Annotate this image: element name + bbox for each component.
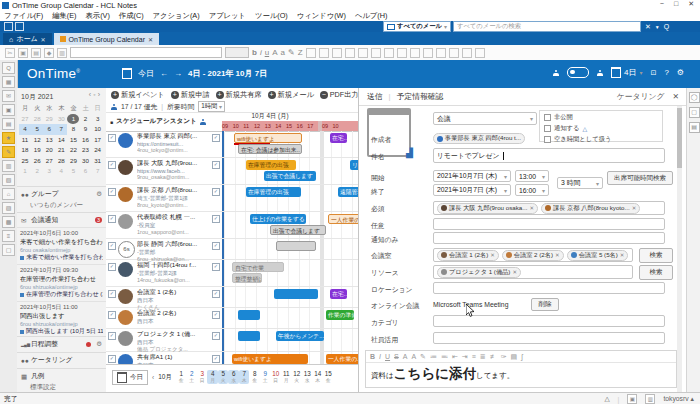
- expand-icon[interactable]: ⊡: [651, 69, 657, 77]
- todo-icon[interactable]: ▥: [2, 160, 15, 172]
- row-timeline[interactable]: 仕上げの作業をする出張で会議します一人作業の...: [222, 212, 358, 238]
- meeting-notice-item[interactable]: 2021年10月6日 10:00来客で細かい作業を打ち合わせし...6rou o…: [17, 227, 106, 264]
- minical-day[interactable]: 19: [31, 145, 43, 156]
- open-list-icon[interactable]: [4, 22, 13, 31]
- row-checkbox[interactable]: ✓: [108, 188, 116, 196]
- menu-item[interactable]: 表示(V): [86, 11, 110, 21]
- minimize-button[interactable]: −: [660, 0, 664, 8]
- today-button[interactable]: 今日: [112, 370, 148, 385]
- minical-day[interactable]: 16: [79, 135, 91, 146]
- italic-icon[interactable]: I: [379, 353, 381, 360]
- checkbox[interactable]: [544, 136, 551, 143]
- close-button[interactable]: ✕: [688, 0, 694, 8]
- bookmarks-icon[interactable]: ≡: [2, 230, 15, 242]
- minical-day[interactable]: 4: [55, 166, 67, 177]
- bookmark-icon[interactable]: [15, 22, 24, 31]
- row-checkbox[interactable]: ✓: [108, 161, 116, 169]
- notebook-icon[interactable]: ▧: [2, 174, 15, 186]
- resources-input[interactable]: プロジェクタ 1 (備品)✕: [433, 265, 633, 279]
- attendee-chip[interactable]: 課長 大阪 九郎(9rou osaka...✕: [437, 203, 538, 214]
- event[interactable]: [238, 310, 260, 320]
- calendar-icon[interactable]: ▣: [2, 104, 15, 116]
- minical-day[interactable]: 27: [43, 156, 55, 167]
- resource-search-button[interactable]: 検索: [639, 265, 673, 280]
- row-checkbox[interactable]: ✓: [212, 332, 220, 340]
- schedule-row[interactable]: ✓6s部長 静岡 六郎(6rou...-営業部6rou_shizuoka@on.…: [106, 239, 358, 260]
- menu-item[interactable]: ファイル(F): [4, 11, 43, 21]
- schedule-row[interactable]: ✓代表取締役 札幌 一...-役員室1rou_sapporo@ont...✓仕上…: [106, 212, 358, 239]
- confirm-schedule-button[interactable]: 予定情報確認: [397, 91, 444, 102]
- scroll-prev-icon[interactable]: ‹: [152, 374, 154, 381]
- toolbar-icon[interactable]: [410, 48, 420, 58]
- meeting-notice-item[interactable]: 2021年10月7日 09:30在庫管理の作業打ち合わせ6rou shizuok…: [17, 264, 106, 301]
- minical-day[interactable]: 27: [19, 114, 31, 125]
- attach-icon[interactable]: ʃ: [521, 353, 523, 360]
- flag-option[interactable]: 通知する△: [544, 124, 658, 133]
- menu-item[interactable]: 編集(E): [52, 11, 76, 21]
- end-time-dropdown[interactable]: 16:00▾: [515, 184, 549, 196]
- minical-day[interactable]: 28: [55, 156, 67, 167]
- action-button[interactable]: +新規共有席: [216, 90, 262, 100]
- align-left-icon[interactable]: ≡: [472, 353, 476, 360]
- next-arrow-icon[interactable]: →: [174, 69, 182, 78]
- paste-icon[interactable]: ▤: [31, 48, 41, 58]
- feeds-icon[interactable]: ▨: [2, 202, 15, 214]
- panel-scrollbar[interactable]: [677, 106, 682, 392]
- toolbar-icon[interactable]: [449, 48, 459, 58]
- toolbar-icon[interactable]: [345, 48, 355, 58]
- event-type-dropdown[interactable]: 会議▾: [433, 112, 537, 125]
- text-size-icon[interactable]: a: [280, 48, 284, 57]
- minical-day[interactable]: 28: [31, 114, 43, 125]
- chip-remove-icon[interactable]: ✕: [620, 252, 625, 258]
- chip-remove-icon[interactable]: ✕: [632, 205, 637, 211]
- row-timeline[interactable]: 作業の準備: [222, 308, 358, 328]
- date-cell[interactable]: 6水: [228, 370, 239, 384]
- date-cell[interactable]: 10日: [270, 370, 281, 384]
- schedule-row[interactable]: ✓プロジェクタ 1 (備...西日本備品 プロジェクタ...✓午後からメンテ..…: [106, 329, 358, 352]
- event[interactable]: 作業の準備: [326, 310, 354, 320]
- minical-nav[interactable]: ‹◦›: [89, 91, 102, 98]
- menu-item[interactable]: ヘルプ(H): [355, 11, 388, 21]
- event[interactable]: 自宅で作業: [232, 262, 284, 272]
- body-editor[interactable]: BIUSAA✎≔≕⇤⇥≡≣≢✑▤ʃ 資料はこちらに添付してます。: [365, 350, 677, 388]
- tab-close-icon[interactable]: ✕: [148, 36, 153, 43]
- image-icon[interactable]: ▤: [511, 353, 518, 361]
- schedule-row[interactable]: ✓共有席A1 (1)東日本✓wifi使いますよ一人作業の...: [106, 352, 358, 364]
- catering-item[interactable]: ●● ケータリング: [17, 353, 106, 367]
- duration-dropdown[interactable]: 1時間 ▾: [198, 101, 225, 112]
- row-timeline[interactable]: 午後からメンテ...: [222, 329, 358, 351]
- font-family-dropdown[interactable]: [70, 47, 222, 58]
- row-checkbox[interactable]: ✓: [212, 355, 220, 363]
- legend-item[interactable]: ▦ 凡例: [17, 369, 106, 383]
- minical-day[interactable]: 30: [55, 114, 67, 125]
- row-timeline[interactable]: 在庫管理の出張遠隔管理...: [222, 185, 358, 211]
- minical-day[interactable]: 13: [43, 135, 55, 146]
- minical-day[interactable]: 29: [67, 156, 79, 167]
- flag-option[interactable]: 空き時間として扱う: [544, 135, 658, 144]
- minical-day[interactable]: 2: [79, 114, 91, 125]
- date-cell[interactable]: 12火: [291, 370, 302, 384]
- start-time-dropdown[interactable]: 13:00▾: [515, 170, 549, 182]
- chip-remove-icon[interactable]: ✕: [555, 252, 560, 258]
- minical-day[interactable]: 1: [19, 166, 31, 177]
- schedule-row[interactable]: ✓会議室 2 (2名)西日本✓作業の準備: [106, 308, 358, 329]
- row-checkbox[interactable]: ✓: [212, 161, 220, 169]
- tab-close-icon[interactable]: ✕: [41, 36, 46, 43]
- minical-day[interactable]: 29: [43, 114, 55, 125]
- editor-body[interactable]: 資料はこちらに添付してます。: [366, 363, 676, 385]
- menu-item[interactable]: アプレット: [209, 11, 246, 21]
- settings-gear-icon[interactable]: ⚙: [677, 68, 684, 77]
- attendee-chip[interactable]: 課長 京都 八郎(8rou kyoto...✕: [541, 203, 640, 214]
- event[interactable]: 遠隔管理...: [338, 187, 358, 197]
- widgets-icon[interactable]: ⌂: [2, 188, 15, 200]
- checkbox[interactable]: [544, 125, 551, 132]
- toolbar-icon[interactable]: [319, 48, 329, 58]
- event[interactable]: 在宅: 会議は参加出来..: [238, 144, 302, 154]
- sametime-icon[interactable]: ★: [2, 132, 15, 144]
- event[interactable]: 午後からメンテ...: [276, 331, 324, 341]
- minical-day[interactable]: 10: [92, 124, 104, 135]
- highlighter-icon[interactable]: ✎: [420, 353, 426, 361]
- row-checkbox[interactable]: ✓: [212, 311, 220, 319]
- rooms-input[interactable]: 会議室 1 (2名)✕会議室 2 (2名)✕会議室 5 (5名)✕: [433, 248, 633, 262]
- prev-arrow-icon[interactable]: ←: [160, 69, 168, 78]
